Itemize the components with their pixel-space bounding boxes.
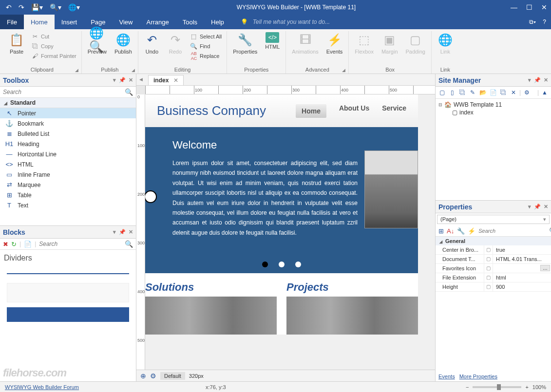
zoom-in-icon[interactable]: + bbox=[525, 384, 528, 390]
pin-icon[interactable]: 📌 bbox=[119, 77, 126, 83]
menu-insert[interactable]: Insert bbox=[55, 15, 84, 29]
tool-item-table[interactable]: ⊞Table bbox=[0, 190, 136, 200]
search-icon[interactable]: 🔍 bbox=[549, 227, 551, 235]
toolbox-category-standard[interactable]: Standard bbox=[0, 98, 136, 108]
sm-edit-icon[interactable]: ✎ bbox=[468, 88, 477, 97]
sm-copy-icon[interactable]: ⿻ bbox=[499, 88, 508, 97]
prop-alphabetical-icon[interactable]: A↓ bbox=[447, 227, 454, 235]
dropdown-icon[interactable]: ▾ bbox=[528, 77, 531, 83]
tool-item-html[interactable]: <>HTML bbox=[0, 159, 136, 169]
prop-categorized-icon[interactable]: ⊞ bbox=[438, 227, 444, 235]
margin-button[interactable]: ▣Margin bbox=[379, 31, 401, 56]
prop-more-link[interactable]: More Properties bbox=[459, 373, 497, 379]
zoom-out-icon[interactable]: − bbox=[466, 384, 469, 390]
forum-link[interactable]: WYSIWYG Web Builder Forum bbox=[5, 384, 79, 390]
animations-button[interactable]: 🎞Animations bbox=[289, 31, 321, 56]
tool-item-text[interactable]: TText bbox=[0, 200, 136, 210]
redo-icon[interactable]: ↷ bbox=[17, 2, 26, 12]
nav-home[interactable]: Home bbox=[296, 104, 326, 118]
dropdown-icon[interactable]: ▾ bbox=[113, 229, 116, 235]
dropdown-icon[interactable]: ▾ bbox=[528, 204, 531, 210]
canvas-scroll[interactable]: Business Company Home About Us Service ❮… bbox=[145, 94, 435, 370]
share-icon[interactable]: ⧉▾ bbox=[529, 19, 536, 25]
close-panel-icon[interactable]: ✕ bbox=[544, 77, 548, 83]
sm-delete-icon[interactable]: ✕ bbox=[509, 88, 518, 97]
preview-button[interactable]: 🌐🔍Preview bbox=[85, 31, 110, 56]
html-button[interactable]: </>HTML bbox=[262, 31, 283, 51]
nav-services[interactable]: Service bbox=[382, 104, 406, 118]
prop-events-link[interactable]: Events bbox=[438, 373, 455, 379]
publish-qat-icon[interactable]: 🌐▾ bbox=[66, 2, 82, 12]
tab-close-icon[interactable]: ✕ bbox=[173, 77, 178, 84]
help-icon[interactable]: ? bbox=[543, 19, 546, 25]
tool-item-horizontal-line[interactable]: —Horizontal Line bbox=[0, 149, 136, 159]
search-icon[interactable]: 🔍 bbox=[125, 240, 133, 248]
sm-new-icon[interactable]: ▢ bbox=[437, 88, 446, 97]
sm-open-icon[interactable]: 📂 bbox=[478, 88, 487, 97]
copy-button[interactable]: ⿻Copy bbox=[29, 42, 78, 51]
search-icon[interactable]: 🔍 bbox=[125, 88, 133, 96]
flexbox-button[interactable]: ⬚Flexbox bbox=[352, 31, 377, 56]
tool-item-pointer[interactable]: ↖Pointer bbox=[0, 108, 136, 118]
property-object-selector[interactable]: (Page) bbox=[437, 215, 550, 224]
tool-item-marquee[interactable]: ⇄Marquee bbox=[0, 180, 136, 190]
carousel-prev-icon[interactable]: ❮ bbox=[145, 190, 157, 203]
prop-category-general[interactable]: General bbox=[436, 237, 551, 245]
properties-button[interactable]: 🔧Properties bbox=[230, 31, 260, 56]
padding-button[interactable]: ▢Padding bbox=[403, 31, 428, 56]
menu-home[interactable]: Home bbox=[24, 15, 55, 29]
menu-file[interactable]: File bbox=[0, 15, 24, 29]
redo-button[interactable]: ↷Redo bbox=[165, 31, 186, 56]
sm-up-icon[interactable]: ▲ bbox=[540, 88, 549, 97]
menu-arrange[interactable]: Arrange bbox=[139, 15, 175, 29]
pin-icon[interactable]: 📌 bbox=[534, 204, 541, 210]
properties-search-input[interactable] bbox=[478, 228, 546, 234]
replace-button[interactable]: ABACReplace bbox=[188, 52, 224, 60]
menu-tools[interactable]: Tools bbox=[176, 15, 204, 29]
tree-child-index[interactable]: ▢ index bbox=[438, 109, 548, 116]
select-all-button[interactable]: ⬚Select All bbox=[188, 32, 224, 41]
dialog-launcher-icon[interactable]: ◢ bbox=[342, 68, 345, 73]
sm-clone-icon[interactable]: ⿻ bbox=[458, 88, 467, 97]
close-panel-icon[interactable]: ✕ bbox=[129, 229, 133, 235]
sm-page-icon[interactable]: ▯ bbox=[448, 88, 456, 97]
property-row[interactable]: Height▢900 bbox=[436, 282, 551, 292]
events-button[interactable]: ⚡Events bbox=[323, 31, 346, 56]
sm-save-icon[interactable]: 📄 bbox=[489, 88, 497, 97]
property-row[interactable]: Document T...▢HTML 4.01 Trans... bbox=[436, 255, 551, 264]
dot-3[interactable] bbox=[295, 261, 301, 267]
responsive-add-icon[interactable]: ⊕ bbox=[140, 372, 146, 380]
prop-events-icon[interactable]: ⚡ bbox=[468, 227, 475, 235]
property-row[interactable]: Center in Bro...▢true bbox=[436, 245, 551, 255]
save-icon[interactable]: 💾▾ bbox=[29, 2, 45, 12]
maximize-icon[interactable]: ☐ bbox=[526, 3, 532, 11]
nav-about[interactable]: About Us bbox=[339, 104, 369, 118]
dot-1[interactable] bbox=[262, 261, 268, 267]
property-row[interactable]: File Extension▢html bbox=[436, 273, 551, 282]
cut-button[interactable]: ✂Cut bbox=[29, 32, 78, 41]
prop-wrench-icon[interactable]: 🔧 bbox=[457, 227, 465, 235]
blocks-search-input[interactable] bbox=[39, 241, 122, 247]
dot-2[interactable] bbox=[279, 261, 285, 267]
document-tab-index[interactable]: index ✕ bbox=[148, 75, 184, 85]
paste-button[interactable]: 📋 Paste bbox=[6, 31, 27, 56]
undo-icon[interactable]: ↶ bbox=[4, 2, 14, 12]
tree-collapse-icon[interactable]: ⊟ bbox=[438, 102, 442, 107]
sm-settings-icon[interactable]: ⚙ bbox=[522, 88, 531, 97]
page-canvas[interactable]: Business Company Home About Us Service ❮… bbox=[145, 94, 418, 335]
ellipsis-button[interactable]: … bbox=[540, 265, 550, 271]
blocks-refresh-icon[interactable]: ↻ bbox=[11, 241, 17, 248]
blocks-new-icon[interactable]: ✖ bbox=[3, 241, 8, 248]
property-row[interactable]: Favorites Icon▢… bbox=[436, 264, 551, 273]
close-panel-icon[interactable]: ✕ bbox=[544, 204, 548, 210]
undo-button[interactable]: ↶Undo bbox=[141, 31, 163, 56]
dialog-launcher-icon[interactable]: ◢ bbox=[132, 68, 135, 73]
zoom-slider[interactable] bbox=[473, 386, 521, 388]
minimize-icon[interactable]: — bbox=[511, 3, 517, 11]
tool-item-heading[interactable]: H1Heading bbox=[0, 139, 136, 149]
responsive-settings-icon[interactable]: ⚙ bbox=[150, 372, 156, 380]
pin-icon[interactable]: 📌 bbox=[534, 77, 541, 83]
close-icon[interactable]: ✕ bbox=[541, 3, 547, 11]
close-panel-icon[interactable]: ✕ bbox=[129, 77, 133, 83]
blocks-category-dividers[interactable]: Dividers bbox=[4, 252, 132, 264]
